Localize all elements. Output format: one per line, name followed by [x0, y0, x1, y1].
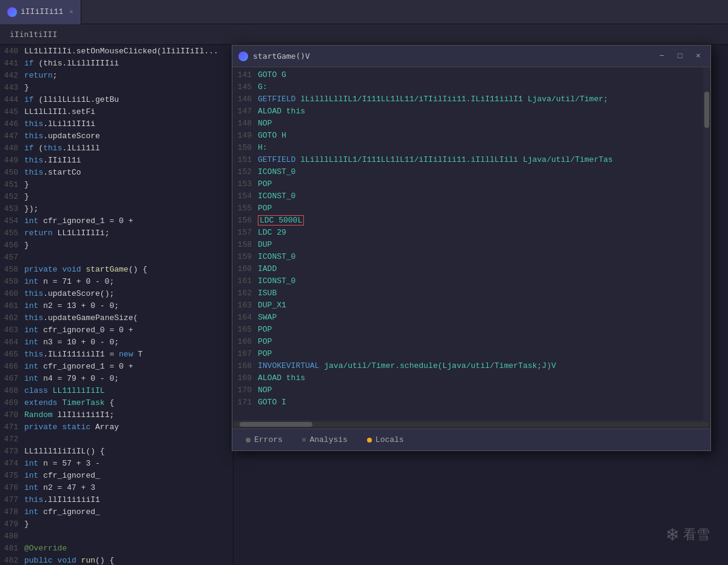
- line-num-451: 451: [0, 180, 24, 189]
- code-line-446: 446 this.lLil1lII1i: [0, 118, 233, 130]
- code-line-472: 472: [0, 433, 233, 445]
- code-line-482: 482 public void run() {: [0, 554, 233, 565]
- code-440: LL1LlIIlIi.setOnMouseClicked(lIilIIiIl..…: [24, 47, 218, 56]
- code-456: }: [24, 241, 29, 250]
- code-line-481: 481 @Override: [0, 542, 233, 554]
- line-num-453: 453: [0, 204, 24, 213]
- line-num-465: 465: [0, 350, 24, 359]
- tab-iIIiIIi11[interactable]: iIIiIIi11 ×: [0, 0, 81, 24]
- code-line-480: 480: [0, 530, 233, 542]
- code-479: }: [24, 520, 29, 529]
- code-line-459: 459 int n = 71 + 0 - 0;: [0, 275, 233, 287]
- code-line-471: 471 private static Array: [0, 421, 233, 433]
- analysis-label: Analysis: [309, 435, 347, 444]
- tab-errors[interactable]: Errors: [237, 433, 291, 447]
- popup-code-line-166: 166 POP: [232, 335, 703, 347]
- code-line-462: 462 this.updateGamePaneSize(: [0, 312, 233, 324]
- code-line-458: 458 private void startGame() {: [0, 263, 233, 275]
- popup-code-line-141: 141 GOTO G: [232, 69, 703, 81]
- code-line-442: 442 return;: [0, 69, 233, 81]
- popup-maximize-button[interactable]: □: [674, 50, 686, 62]
- popup-code-line-158: 158 DUP: [232, 238, 703, 250]
- code-442: return;: [24, 71, 58, 80]
- errors-label: Errors: [254, 435, 283, 444]
- code-449: this.IIiIl1i: [24, 156, 81, 165]
- watermark-text: 看雪: [683, 526, 710, 544]
- line-num-443: 443: [0, 83, 24, 92]
- popup-code-line-165: 165 POP: [232, 323, 703, 335]
- popup-code-line-151: 151 GETFIELD lLilllLllIL1/I111LL1lL11/iI…: [232, 153, 703, 165]
- line-num-464: 464: [0, 338, 24, 347]
- code-line-467: 467 int n4 = 79 + 0 - 0;: [0, 372, 233, 384]
- code-line-464: 464 int n3 = 10 + 0 - 0;: [0, 336, 233, 348]
- code-line-447: 447 this.updateScore: [0, 130, 233, 142]
- code-line-476: 476 int n2 = 47 + 3: [0, 481, 233, 493]
- code-476: int n2 = 47 + 3: [24, 483, 95, 492]
- popup-code-scroll[interactable]: 141 GOTO G 145 G: 146 GETFIELD lLilllLll…: [232, 67, 703, 420]
- popup-controls: − □ ×: [656, 50, 704, 62]
- code-464: int n3 = 10 + 0 - 0;: [24, 338, 119, 347]
- code-line-455: 455 return LL1LlIIlIi;: [0, 227, 233, 239]
- code-line-461: 461 int n2 = 13 + 0 - 0;: [0, 299, 233, 312]
- popup-code-line-167: 167 POP: [232, 347, 703, 359]
- popup-code-line-147: 147 ALOAD this: [232, 105, 703, 117]
- code-448: if (this.lLil1ll: [24, 144, 100, 153]
- popup-vertical-scrollbar[interactable]: [703, 67, 710, 420]
- code-line-475: 475 int cfr_ignored_: [0, 469, 233, 481]
- code-461: int n2 = 13 + 0 - 0;: [24, 301, 119, 310]
- popup-hscroll-thumb[interactable]: [240, 422, 312, 427]
- code-474: int n = 57 + 3 -: [24, 459, 100, 468]
- line-num-469: 469: [0, 398, 24, 407]
- line-num-481: 481: [0, 544, 24, 553]
- popup-hscroll-track: [234, 422, 709, 427]
- code-478: int cfr_ignored_: [24, 507, 100, 517]
- line-num-447: 447: [0, 132, 24, 141]
- line-num-458: 458: [0, 265, 24, 274]
- line-num-480: 480: [0, 532, 24, 541]
- line-num-470: 470: [0, 410, 24, 420]
- window-title-bar: iIin1tiIII: [0, 24, 728, 45]
- popup-code-line-159: 159 ICONST_0: [232, 250, 703, 262]
- line-num-446: 446: [0, 119, 24, 129]
- errors-dot: [246, 438, 251, 443]
- code-line-468: 468 class LL11lliIiIL: [0, 384, 233, 396]
- popup-titlebar: startGame()V − □ ×: [232, 45, 710, 67]
- line-num-467: 467: [0, 374, 24, 383]
- code-452: }: [24, 192, 29, 201]
- line-num-482: 482: [0, 556, 24, 565]
- tab-close-button[interactable]: ×: [69, 8, 73, 16]
- popup-horizontal-scrollbar[interactable]: [232, 420, 710, 429]
- code-455: return LL1LlIIlIi;: [24, 229, 109, 238]
- popup-code-line-146: 146 GETFIELD lLilllLllIL1/I111LL1lL11/iT…: [232, 93, 703, 105]
- line-num-448: 448: [0, 144, 24, 153]
- code-line-478: 478 int cfr_ignored_: [0, 506, 233, 518]
- tab-analysis[interactable]: ≡ Analysis: [294, 433, 356, 447]
- code-468: class LL11lliIiIL: [24, 386, 105, 395]
- code-line-470: 470 Random llIlii1i1I1;: [0, 409, 233, 421]
- popup-code-line-162: 162 ISUB: [232, 287, 703, 299]
- code-line-460: 460 this.updateScore();: [0, 287, 233, 299]
- line-num-459: 459: [0, 277, 24, 286]
- line-num-456: 456: [0, 241, 24, 250]
- popup-code-line-168: 168 INVOKEVIRTUAL java/util/Timer.schedu…: [232, 359, 703, 372]
- code-481: @Override: [24, 544, 67, 553]
- popup-minimize-button[interactable]: −: [656, 50, 668, 62]
- popup-scrollbar-thumb[interactable]: [704, 92, 709, 128]
- code-line-443: 443 }: [0, 81, 233, 93]
- code-473: LL1lll1liIiIL() {: [24, 447, 105, 456]
- line-num-454: 454: [0, 216, 24, 226]
- popup-code-line-149: 149 GOTO H: [232, 129, 703, 141]
- code-446: this.lLil1lII1i: [24, 119, 95, 129]
- line-num-478: 478: [0, 507, 24, 517]
- tab-locals[interactable]: Locals: [359, 433, 413, 447]
- popup-close-button[interactable]: ×: [692, 50, 704, 62]
- popup-code-line-160: 160 IADD: [232, 262, 703, 275]
- code-482: public void run() {: [24, 556, 114, 565]
- popup-bottom-tabs: Errors ≡ Analysis Locals: [232, 429, 710, 450]
- line-num-473: 473: [0, 447, 24, 456]
- popup-title-text: startGame()V: [253, 52, 656, 61]
- code-465: this.ILiI111iilI1 = new T: [24, 350, 143, 359]
- line-num-449: 449: [0, 156, 24, 165]
- line-num-477: 477: [0, 495, 24, 504]
- popup-code-area: 141 GOTO G 145 G: 146 GETFIELD lLilllLll…: [232, 67, 710, 420]
